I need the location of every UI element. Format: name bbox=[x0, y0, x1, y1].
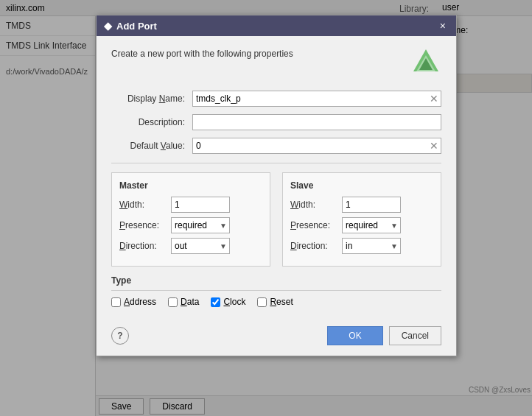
type-title: Type bbox=[111, 275, 441, 286]
type-data-checkbox[interactable] bbox=[168, 297, 178, 307]
modal-title-group: ◆ Add Port bbox=[104, 20, 157, 32]
description-input-wrap bbox=[192, 114, 441, 130]
type-checkboxes: Address Data Clock Reset bbox=[111, 297, 441, 307]
display-name-input-wrap: ✕ bbox=[192, 91, 441, 107]
type-address-item[interactable]: Address bbox=[111, 297, 156, 307]
slave-title: Slave bbox=[290, 180, 433, 191]
master-direction-row: Direction: out in inout ▼ bbox=[119, 238, 262, 254]
master-width-input[interactable] bbox=[171, 197, 230, 213]
cancel-button[interactable]: Cancel bbox=[389, 326, 441, 345]
add-port-modal: ◆ Add Port × Create a new port with the … bbox=[96, 15, 457, 356]
type-data-label: Data bbox=[181, 297, 199, 307]
slave-presence-select-wrap: required optional absent ▼ bbox=[342, 217, 401, 233]
master-presence-select-wrap: required optional absent ▼ bbox=[171, 217, 230, 233]
master-presence-row: Presence: required optional absent ▼ bbox=[119, 217, 262, 233]
type-address-checkbox[interactable] bbox=[111, 297, 121, 307]
master-width-label: Width: bbox=[119, 200, 171, 210]
master-presence-select[interactable]: required optional absent bbox=[171, 217, 230, 233]
slave-direction-select[interactable]: out in inout bbox=[342, 238, 401, 254]
master-direction-select-wrap: out in inout ▼ bbox=[171, 238, 230, 254]
display-name-label: Display Name: bbox=[111, 94, 192, 104]
slave-width-label: Width: bbox=[290, 200, 342, 210]
default-value-input[interactable] bbox=[192, 138, 441, 154]
slave-presence-row: Presence: required optional absent ▼ bbox=[290, 217, 433, 233]
ok-button[interactable]: OK bbox=[327, 326, 382, 345]
type-data-item[interactable]: Data bbox=[168, 297, 199, 307]
port-icon: ◆ bbox=[104, 20, 112, 32]
slave-direction-row: Direction: out in inout ▼ bbox=[290, 238, 433, 254]
display-name-clear-button[interactable]: ✕ bbox=[428, 94, 440, 104]
modal-header-row: Create a new port with the following pro… bbox=[111, 48, 441, 79]
modal-titlebar: ◆ Add Port × bbox=[97, 15, 456, 36]
display-name-row: Display Name: ✕ bbox=[111, 91, 441, 107]
default-value-input-wrap: ✕ bbox=[192, 138, 441, 154]
modal-footer: ? OK Cancel bbox=[97, 319, 456, 356]
slave-block: Slave Width: Presence: requi bbox=[282, 172, 441, 267]
master-slave-section: Master Width: Presence: requ bbox=[111, 172, 441, 267]
description-row: Description: bbox=[111, 114, 441, 130]
modal-title-text: Add Port bbox=[116, 21, 157, 32]
slave-presence-select[interactable]: required optional absent bbox=[342, 217, 401, 233]
modal-description: Create a new port with the following pro… bbox=[111, 48, 293, 60]
modal-close-button[interactable]: × bbox=[437, 19, 449, 32]
help-button[interactable]: ? bbox=[111, 327, 129, 345]
display-name-input[interactable] bbox=[192, 91, 441, 107]
type-reset-item[interactable]: Reset bbox=[257, 297, 293, 307]
type-section: Type Address Data Clock bbox=[111, 275, 441, 307]
default-value-row: Default Value: ✕ bbox=[111, 138, 441, 154]
type-address-label: Address bbox=[124, 297, 156, 307]
master-direction-label: Direction: bbox=[119, 241, 171, 251]
type-reset-label: Reset bbox=[270, 297, 293, 307]
modal-body: Create a new port with the following pro… bbox=[97, 36, 456, 319]
type-clock-item[interactable]: Clock bbox=[211, 297, 245, 307]
default-value-clear-button[interactable]: ✕ bbox=[428, 141, 440, 151]
vivado-logo bbox=[410, 48, 441, 79]
master-direction-select[interactable]: out in inout bbox=[171, 238, 230, 254]
footer-right-buttons: OK Cancel bbox=[327, 326, 441, 345]
slave-width-input[interactable] bbox=[342, 197, 401, 213]
slave-presence-label: Presence: bbox=[290, 220, 342, 230]
master-block: Master Width: Presence: requ bbox=[111, 172, 270, 267]
slave-width-row: Width: bbox=[290, 197, 433, 213]
form-divider bbox=[111, 163, 441, 163]
description-input[interactable] bbox=[192, 114, 441, 130]
master-title: Master bbox=[119, 180, 262, 191]
type-separator bbox=[111, 290, 441, 291]
default-value-label: Default Value: bbox=[111, 141, 192, 151]
description-label: Description: bbox=[111, 117, 192, 127]
type-clock-label: Clock bbox=[223, 297, 245, 307]
slave-direction-select-wrap: out in inout ▼ bbox=[342, 238, 401, 254]
modal-overlay: ◆ Add Port × Create a new port with the … bbox=[0, 0, 532, 416]
type-clock-checkbox[interactable] bbox=[211, 297, 220, 307]
master-width-row: Width: bbox=[119, 197, 262, 213]
master-presence-label: Presence: bbox=[119, 220, 171, 230]
type-reset-checkbox[interactable] bbox=[257, 297, 267, 307]
slave-direction-label: Direction: bbox=[290, 241, 342, 251]
